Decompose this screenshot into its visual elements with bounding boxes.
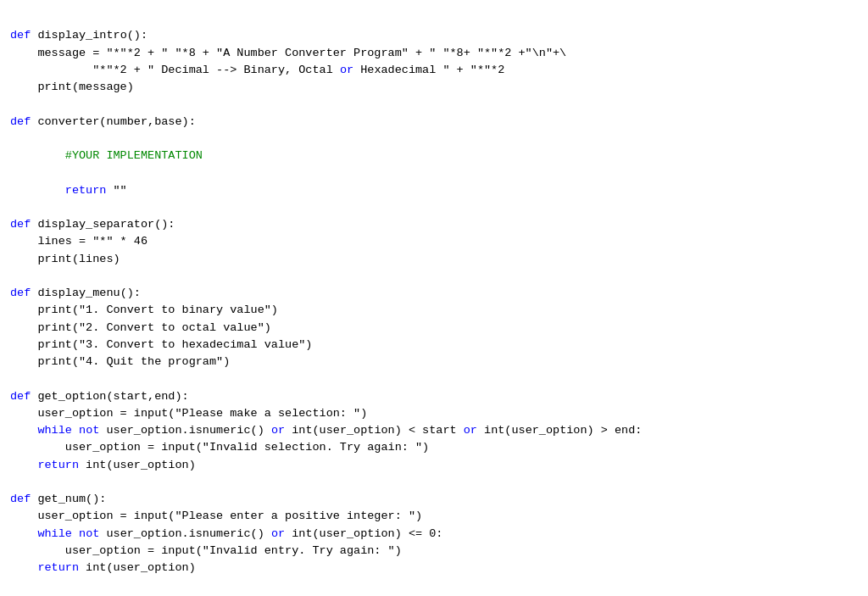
code-line: print(lines)	[0, 251, 868, 268]
code-line	[0, 268, 868, 285]
code-line: user_option = input("Please enter a posi…	[0, 508, 868, 525]
code-line: return int(user_option)	[0, 457, 868, 474]
code-line: message = "*"*2 + " "*8 + "A Number Conv…	[0, 45, 868, 62]
code-line	[0, 474, 868, 491]
code-line: while not user_option.isnumeric() or int…	[0, 526, 868, 543]
code-line: #YOUR IMPLEMENTATION	[0, 148, 868, 164]
code-line: lines = "*" * 46	[0, 233, 868, 250]
code-line	[0, 199, 868, 216]
code-line: print("4. Quit the program")	[0, 354, 868, 370]
code-line: user_option = input("Invalid selection. …	[0, 439, 868, 456]
code-editor: def display_intro(): message = "*"*2 + "…	[0, 7, 868, 596]
code-line: return ""	[0, 182, 868, 199]
code-line: def display_menu():	[0, 285, 868, 302]
code-line: return int(user_option)	[0, 560, 868, 577]
code-line: def display_intro():	[0, 27, 868, 44]
code-line: print("3. Convert to hexadecimal value")	[0, 337, 868, 354]
code-line	[0, 131, 868, 148]
code-line: "*"*2 + " Decimal --> Binary, Octal or H…	[0, 62, 868, 79]
code-line: user_option = input("Please make a selec…	[0, 405, 868, 422]
code-line: def get_option(start,end):	[0, 388, 868, 405]
code-line	[0, 577, 868, 593]
code-line: def converter(number,base):	[0, 114, 868, 131]
code-line: print(message)	[0, 79, 868, 96]
code-line	[0, 370, 868, 387]
code-line: while not user_option.isnumeric() or int…	[0, 422, 868, 439]
code-line: print("1. Convert to binary value")	[0, 302, 868, 319]
code-line: def display_separator():	[0, 216, 868, 233]
code-line: def get_num():	[0, 491, 868, 508]
code-line	[0, 96, 868, 113]
code-line	[0, 164, 868, 181]
code-line: user_option = input("Invalid entry. Try …	[0, 543, 868, 560]
code-line: print("2. Convert to octal value")	[0, 320, 868, 337]
